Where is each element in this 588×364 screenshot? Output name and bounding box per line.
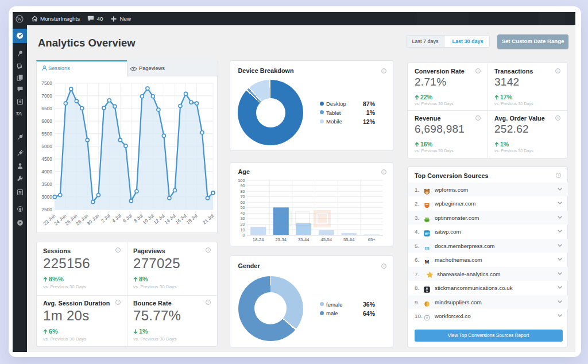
svg-text:WP: WP [425,233,430,235]
svg-text:80: 80 [240,189,245,194]
svg-text:30: 30 [240,216,245,221]
svg-text:6000: 6000 [41,118,52,123]
svg-text:7500: 7500 [41,80,52,86]
svg-text:18-24: 18-24 [253,237,264,242]
svg-text:3000: 3000 [41,193,52,199]
svg-text:M: M [425,259,429,265]
svg-text:40: 40 [240,211,245,216]
svg-text:3500: 3500 [41,181,52,187]
svg-text:5000: 5000 [41,143,52,149]
svg-text:100: 100 [238,178,245,183]
svg-text:m: m [424,245,430,251]
svg-text:21 Jul: 21 Jul [202,212,215,225]
svg-text:0: 0 [242,233,245,238]
svg-text:25-34: 25-34 [275,237,286,242]
svg-text:70: 70 [240,194,245,199]
svg-text:18 Jul: 18 Jul [185,212,199,225]
svg-text:65+: 65+ [368,237,376,242]
svg-text:20: 20 [240,222,245,227]
svg-text:12 Jul: 12 Jul [152,212,166,225]
svg-text:60: 60 [240,200,245,205]
svg-text:90: 90 [240,183,245,188]
svg-text:30 Jun: 30 Jun [86,212,100,226]
svg-text:5500: 5500 [41,130,52,136]
svg-text:2 Jul: 2 Jul [100,212,111,223]
svg-text:55-64: 55-64 [343,237,354,242]
svg-text:35-44: 35-44 [298,237,309,242]
svg-text:10: 10 [240,227,245,233]
svg-text:50: 50 [240,205,245,210]
svg-text:2500: 2500 [41,206,52,212]
svg-text:6500: 6500 [41,105,52,111]
svg-text:7000: 7000 [41,92,52,98]
svg-text:4000: 4000 [41,168,52,174]
svg-text:W: W [17,16,22,21]
svg-text:45-54: 45-54 [320,237,331,242]
svg-text:4 Jul: 4 Jul [111,212,122,223]
svg-text:6 Jul: 6 Jul [122,212,133,223]
svg-text:4500: 4500 [41,156,52,161]
svg-text:14 Jul: 14 Jul [163,212,177,225]
svg-text:10 Jul: 10 Jul [141,212,155,225]
svg-text:16 Jul: 16 Jul [174,212,188,225]
